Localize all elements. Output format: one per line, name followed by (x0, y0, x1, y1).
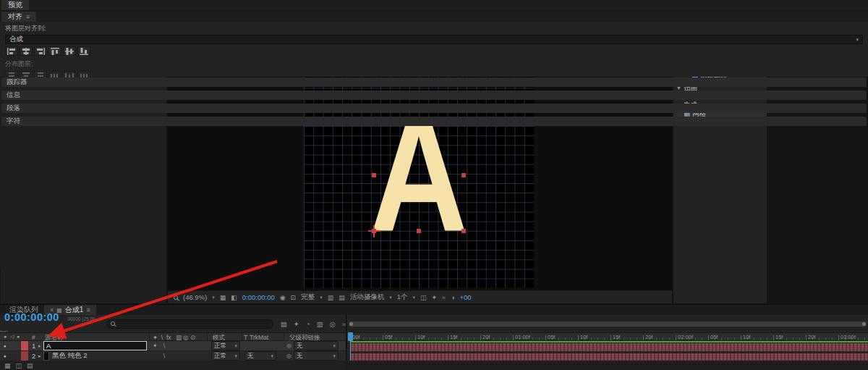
quality-switch[interactable]: ∖ (162, 351, 166, 361)
in-out-pane-toggle-icon[interactable]: ▤ (27, 362, 33, 369)
transparency-grid-icon[interactable]: ▤ (339, 294, 345, 301)
info-panel-bar[interactable]: 信息 (1, 91, 867, 100)
align-to-select[interactable]: 合成 ▾ (5, 35, 863, 44)
composition-viewer[interactable]: A (168, 54, 672, 290)
current-time-row: 0:00:00:00 00000 (25.00 fps) ▤ ✦ ◔ ▥ ◎ ≈ (0, 315, 346, 332)
timeline-graph-icon[interactable]: ≈ (442, 294, 446, 301)
frame-blend-switch-icon: ▥ (176, 334, 182, 341)
layer-switches-pane-toggle-icon[interactable]: ▦ (4, 362, 11, 369)
chevron-down-icon: ▾ (333, 353, 336, 359)
preview-panel-bar: 预览 (0, 0, 868, 10)
draft-3d-icon[interactable]: ✦ (294, 320, 299, 328)
collapse-switch-icon: ✦ (153, 334, 158, 341)
snapshot-icon[interactable]: ◉ (280, 294, 286, 301)
tab-preview[interactable]: 预览 (1, 0, 29, 10)
timeline-search-input[interactable] (106, 319, 273, 329)
exposure-icon[interactable]: ◑ (451, 294, 454, 301)
tracker-panel-bar[interactable]: 跟踪器 (1, 77, 867, 87)
layer-number: 1 (32, 341, 35, 350)
exposure-value[interactable]: +00 (459, 293, 471, 301)
character-panel-bar[interactable]: 字符 (1, 117, 867, 126)
timeline-bottom-strip (347, 361, 868, 370)
eye-toggle[interactable]: ● (4, 351, 7, 361)
time-navigator-row (347, 315, 868, 332)
tab-align[interactable]: 对齐 ≡ (1, 12, 36, 22)
viewer-timecode[interactable]: 0:00:00:00 (242, 293, 275, 301)
frame-blending-icon[interactable]: ▥ (317, 320, 323, 328)
panel-menu-icon[interactable]: ≡ (26, 13, 30, 20)
layer-1-duration-bar[interactable] (350, 343, 868, 351)
chevron-down-icon: ▾ (333, 343, 336, 349)
trkmat-header[interactable]: TrkMat (250, 334, 268, 341)
expander-icon[interactable]: ▸ (38, 341, 41, 350)
resolution-value[interactable]: 完整 (301, 293, 315, 302)
zoom-level[interactable]: (46.9%) (183, 293, 207, 301)
parent-select[interactable]: 无 ▾ (294, 351, 339, 361)
channel-icon[interactable]: ◧ (231, 294, 237, 301)
layer-name-input[interactable]: A (43, 341, 147, 350)
roi-icon[interactable]: ▥ (328, 294, 334, 301)
fast-preview-icon[interactable]: ✦ (432, 294, 438, 301)
quality-switch[interactable]: ∖ (162, 341, 166, 350)
view-count-value[interactable]: 1个 (397, 293, 408, 302)
solo-column-icon: ● (17, 334, 20, 339)
align-left-button[interactable] (5, 46, 18, 56)
ruler-label: 15f (450, 334, 457, 340)
transfer-controls-pane-toggle-icon[interactable]: ◫ (16, 362, 22, 369)
current-time-indicator-handle[interactable] (348, 332, 353, 341)
align-h-center-button[interactable] (20, 46, 33, 56)
layer-label-chip[interactable] (21, 341, 28, 350)
align-bottom-button[interactable] (77, 46, 90, 56)
time-navigator-slider[interactable] (349, 321, 867, 327)
handle-middle-right[interactable] (461, 173, 466, 177)
time-ruler[interactable]: 00f 05f 10f 15f 20f 01:00f 05f 10f 15f 2… (347, 332, 868, 341)
ruler-label: 02:00f (678, 334, 693, 340)
layer-row-2[interactable]: ● 2 ▸ 黑色 纯色 2 ∖ 正常 ▾ 无 ▾ ◎ 无 ▾ (0, 351, 346, 361)
layer-list-area: 0:00:00:00 00000 (25.00 fps) ▤ ✦ ◔ ▥ ◎ ≈… (0, 315, 346, 370)
align-v-center-button[interactable] (63, 46, 76, 56)
zoom-dropdown-icon[interactable]: ▾ (212, 295, 215, 300)
align-top-button[interactable] (48, 46, 61, 56)
resolution-dropdown-icon[interactable]: ▾ (320, 295, 323, 300)
layer-name-value: A (46, 342, 51, 350)
parent-value: 无 (297, 342, 303, 350)
align-right-button[interactable] (34, 46, 47, 56)
layer-columns-header: ● ◁ ● # 源名称 ✦ ∖ fx ▥ ◎ ⊙ 模式 T TrkMat 父级和… (0, 332, 346, 341)
pickwhip-icon[interactable]: ◎ (286, 351, 292, 361)
handle-bottom-center[interactable] (417, 229, 421, 233)
graph-editor-icon[interactable]: ≈ (342, 320, 346, 328)
paragraph-panel-bar[interactable]: 段落 (1, 104, 867, 113)
chevron-down-icon: ▾ (234, 343, 237, 349)
expander-icon[interactable]: ▸ (38, 351, 41, 361)
layer-name-value[interactable]: 黑色 纯色 2 (52, 351, 88, 361)
hide-shy-layers-icon[interactable]: ◔ (306, 320, 310, 328)
camera-dropdown-icon[interactable]: ▾ (389, 295, 392, 300)
align-to-label: 将图层对齐到: (5, 24, 863, 33)
layer-label-chip[interactable] (21, 351, 28, 361)
quality-switch-icon: ∖ (160, 334, 163, 341)
trkmat-select[interactable]: 无 ▾ (244, 351, 276, 361)
pixel-aspect-icon[interactable]: ◫ (420, 294, 427, 301)
ruler-label: 10f (417, 334, 425, 340)
parent-select[interactable]: 无 ▾ (294, 341, 339, 350)
blend-mode-select[interactable]: 正常 ▾ (211, 351, 240, 361)
handle-middle-left[interactable] (372, 173, 376, 177)
collapse-switch[interactable]: ✦ (153, 341, 158, 350)
handle-bottom-right[interactable] (461, 229, 466, 233)
ruler-label: 03:00f (841, 334, 856, 340)
align-panel-bar: 对齐 ≡ (0, 12, 868, 22)
pickwhip-icon[interactable]: ◎ (286, 341, 292, 350)
safe-guides-icon[interactable]: ▦ (220, 294, 226, 301)
blend-mode-select[interactable]: 正常 ▾ (211, 341, 240, 350)
layer-row-1[interactable]: ● 1 ▸ A ✦ ∖ 正常 ▾ ◎ 无 ▾ (0, 341, 346, 351)
view-dropdown-icon[interactable]: ▾ (412, 295, 415, 300)
comp-mini-flowchart-icon[interactable]: ▤ (281, 320, 287, 328)
motion-blur-icon[interactable]: ◎ (329, 320, 335, 328)
solid-color-chip (43, 351, 49, 361)
timeline-track-area: 00f 05f 10f 15f 20f 01:00f 05f 10f 15f 2… (347, 315, 868, 370)
eye-toggle[interactable]: ● (4, 341, 7, 350)
distribute-label: 分布图层: (5, 59, 863, 69)
active-camera-value[interactable]: 活动摄像机 (350, 293, 385, 302)
show-snapshot-icon[interactable]: ⊡ (291, 294, 297, 301)
current-time-display[interactable]: 0:00:00:00 (0, 311, 59, 323)
